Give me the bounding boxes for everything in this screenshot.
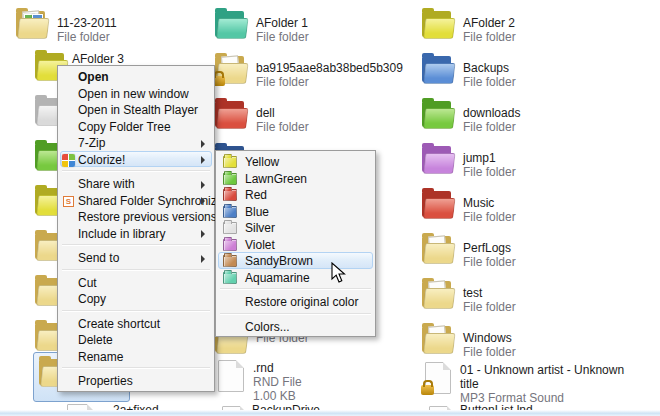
file-tile[interactable]: 11-23-2011 File folder [15, 8, 220, 44]
locked-folder-icon[interactable] [214, 53, 247, 84]
menu-item-open[interactable]: Open [60, 68, 212, 85]
file-type: File folder [256, 120, 309, 134]
menu-item-properties[interactable]: Properties [60, 372, 212, 389]
menu-item-label: Create shortcut [78, 317, 160, 331]
file-name: 11-23-2011 [57, 16, 117, 30]
submenu-arrow-icon [201, 181, 205, 189]
menu-item-label: Open in Stealth Player [78, 103, 198, 117]
details-pane-edge [0, 410, 660, 416]
menu-item-cut[interactable]: Cut [60, 274, 212, 291]
file-tile[interactable]: PerfLogs File folder [421, 233, 626, 269]
menu-item-include-in-library[interactable]: Include in library [60, 225, 212, 242]
submenu-arrow-icon [201, 255, 205, 263]
file-tile[interactable]: Backups File folder [421, 53, 626, 89]
file-name: jump1 [463, 151, 516, 165]
menu-item-label: Yellow [245, 155, 279, 169]
folder-icon-manila[interactable] [421, 233, 454, 264]
colorize-submenu: Yellow LawnGreen Red Blue Silver Violet … [215, 150, 376, 337]
menu-separator [220, 288, 371, 290]
submenu-item-restore-original-color[interactable]: Restore original color [218, 293, 373, 310]
menu-item-open-in-stealth-player[interactable]: Open in Stealth Player [60, 101, 212, 118]
file-type: File folder [463, 30, 516, 44]
submenu-arrow-icon [201, 230, 205, 238]
file-name[interactable]: AFolder 3 [72, 52, 124, 66]
file-tile[interactable]: ba9195aae8ab38bed5b309 File folder [214, 53, 419, 89]
submenu-item-sandybrown[interactable]: SandyBrown [218, 252, 373, 269]
file-type: File folder [463, 120, 520, 134]
menu-item-shared-folder-synchronization[interactable]: Shared Folder Synchronization [60, 192, 212, 209]
submenu-item-colors[interactable]: Colors... [218, 318, 373, 335]
file-name: AFolder 2 [463, 16, 516, 30]
file-name: downloads [463, 106, 520, 120]
locked-audio-file-icon[interactable] [425, 362, 451, 394]
folder-icon-red[interactable] [214, 98, 247, 129]
folder-icon-violet[interactable] [421, 143, 454, 174]
menu-item-delete[interactable]: Delete [60, 331, 212, 348]
file-name: Music [463, 196, 516, 210]
menu-separator [62, 310, 210, 312]
menu-item-label: Blue [245, 205, 269, 219]
menu-separator [62, 269, 210, 271]
file-type: File folder [463, 300, 516, 314]
menu-item-7zip[interactable]: 7-Zip [60, 134, 212, 151]
folder-icon-red[interactable] [421, 188, 454, 219]
folder-swatch-aquamarine-icon [223, 272, 237, 284]
folder-icon-blue[interactable] [421, 53, 454, 84]
folder-icon-manila[interactable] [421, 278, 454, 309]
menu-item-label: Violet [245, 238, 275, 252]
submenu-item-red[interactable]: Red [218, 186, 373, 203]
file-tile[interactable]: dell File folder [214, 98, 419, 134]
menu-item-copy[interactable]: Copy [60, 290, 212, 307]
shared-folder-sync-icon [63, 196, 74, 207]
menu-item-send-to[interactable]: Send to [60, 249, 212, 266]
menu-item-label: Open in new window [78, 87, 189, 101]
submenu-item-yellow[interactable]: Yellow [218, 153, 373, 170]
file-tile[interactable]: 01 - Unknown artist - Unknown title MP3 … [421, 362, 626, 405]
submenu-arrow-icon [201, 197, 205, 205]
menu-item-label: LawnGreen [245, 172, 307, 186]
file-tile[interactable]: Windows File folder [421, 323, 626, 359]
folder-icon-yellow[interactable] [421, 8, 454, 39]
colorize-icon [62, 154, 75, 167]
menu-item-rename[interactable]: Rename [60, 348, 212, 365]
menu-item-label: Rename [78, 350, 123, 364]
submenu-item-violet[interactable]: Violet [218, 236, 373, 253]
submenu-item-blue[interactable]: Blue [218, 203, 373, 220]
menu-item-open-in-new-window[interactable]: Open in new window [60, 85, 212, 102]
folder-icon-manila[interactable] [421, 323, 454, 354]
file-tile[interactable]: AFolder 2 File folder [421, 8, 626, 44]
folder-icon-green[interactable] [421, 98, 454, 129]
file-type: RND File [253, 375, 302, 389]
folder-swatch-yellow-icon [223, 156, 237, 168]
picture-folder-icon[interactable] [15, 8, 48, 39]
menu-item-colorize[interactable]: Colorize! [60, 151, 212, 168]
file-tile[interactable]: Music File folder [421, 188, 626, 224]
menu-item-label: Properties [78, 374, 133, 388]
menu-item-restore-previous-versions[interactable]: Restore previous versions [60, 208, 212, 225]
folder-icon-aquamarine[interactable] [214, 8, 247, 39]
file-tile[interactable]: downloads File folder [421, 98, 626, 134]
submenu-item-aquamarine[interactable]: Aquamarine [218, 269, 373, 286]
menu-item-label: Share with [78, 177, 135, 191]
menu-item-label: Colorize! [78, 153, 125, 167]
file-name: AFolder 1 [256, 16, 309, 30]
menu-item-share-with[interactable]: Share with [60, 175, 212, 192]
menu-item-label: Aquamarine [245, 271, 310, 285]
menu-item-copy-folder-tree[interactable]: Copy Folder Tree [60, 118, 212, 135]
file-type: File folder [463, 165, 516, 179]
file-page-icon[interactable] [218, 360, 244, 392]
file-tile[interactable]: AFolder 1 File folder [214, 8, 419, 44]
menu-item-create-shortcut[interactable]: Create shortcut [60, 315, 212, 332]
menu-separator [220, 313, 371, 315]
file-tile[interactable]: jump1 File folder [421, 143, 626, 179]
file-type: File folder [463, 345, 516, 359]
submenu-item-silver[interactable]: Silver [218, 219, 373, 236]
file-tile[interactable]: .rnd RND File 1.00 KB [214, 360, 419, 403]
file-name: test [463, 286, 516, 300]
folder-swatch-blue-icon [223, 206, 237, 218]
folder-swatch-red-icon [223, 189, 237, 201]
menu-separator [62, 367, 210, 369]
file-type: File folder [463, 210, 516, 224]
file-tile[interactable]: test File folder [421, 278, 626, 314]
submenu-item-lawngreen[interactable]: LawnGreen [218, 170, 373, 187]
